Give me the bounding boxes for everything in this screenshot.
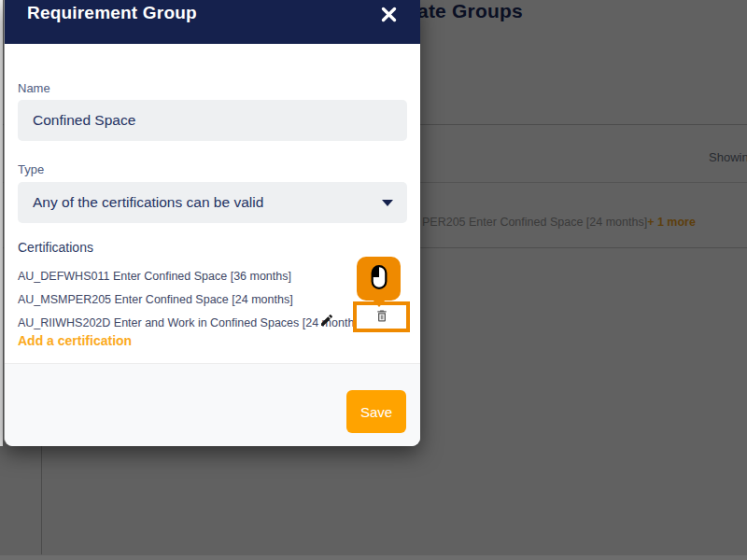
screen: ate Groups Showin PER205 Enter Confined … xyxy=(0,0,747,560)
requirement-group-modal: Requirement Group Name Type Any of the c… xyxy=(4,0,420,446)
save-button[interactable]: Save xyxy=(346,390,406,433)
add-certification-link[interactable]: Add a certification xyxy=(18,333,132,348)
type-label: Type xyxy=(18,162,44,176)
certification-item: AU_RIIWHS202D Enter and Work in Confined… xyxy=(18,311,363,334)
pencil-icon xyxy=(319,313,334,330)
certifications-label: Certifications xyxy=(18,240,93,255)
type-select-value: Any of the certifications can be valid xyxy=(33,194,263,211)
name-input[interactable] xyxy=(18,100,407,141)
caret-down-icon xyxy=(382,200,393,206)
delete-certification-button[interactable] xyxy=(372,307,392,328)
certification-item: AU_DEFWHS011 Enter Confined Space [36 mo… xyxy=(18,264,291,287)
cursor-indicator-tail xyxy=(373,300,386,307)
type-select[interactable]: Any of the certifications can be valid xyxy=(18,182,407,223)
bottom-scrollbar[interactable] xyxy=(0,555,747,560)
certification-item: AU_MSMPER205 Enter Confined Space [24 mo… xyxy=(18,287,293,311)
name-label: Name xyxy=(18,81,50,95)
modal-header: Requirement Group xyxy=(5,0,420,44)
modal-title: Requirement Group xyxy=(27,3,197,23)
close-button[interactable] xyxy=(377,5,400,27)
edit-certification-button[interactable] xyxy=(317,311,337,331)
modal-footer: Save xyxy=(5,363,420,446)
close-icon xyxy=(380,6,398,26)
cursor-indicator-badge xyxy=(357,257,401,301)
left-page-edge xyxy=(0,0,3,446)
mouse-icon xyxy=(369,264,389,294)
trash-icon xyxy=(374,308,389,327)
